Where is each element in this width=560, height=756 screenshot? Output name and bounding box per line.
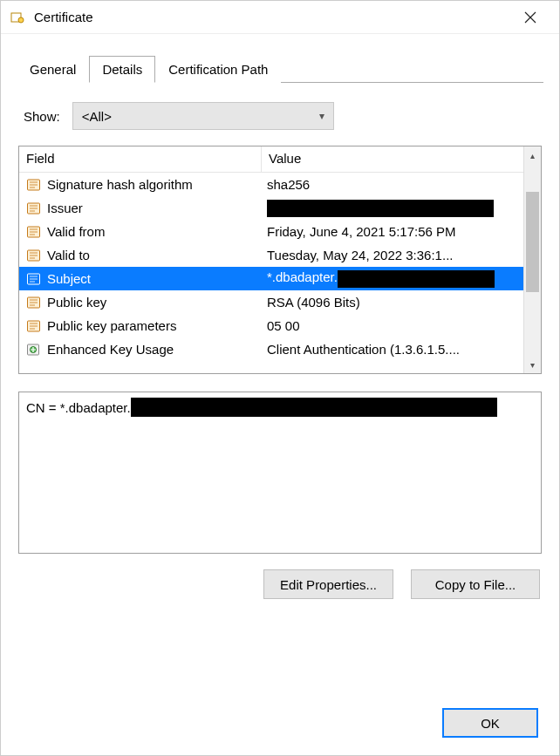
scroll-track[interactable]: [524, 164, 541, 356]
cell-value: Friday, June 4, 2021 5:17:56 PM: [262, 224, 541, 239]
table-row[interactable]: Issuer: [19, 196, 541, 220]
cell-field: Signature hash algorithm: [19, 177, 262, 192]
cell-field: Subject: [19, 271, 262, 286]
cell-value: Tuesday, May 24, 2022 3:36:1...: [262, 248, 541, 262]
cell-value: Client Authentication (1.3.6.1.5....: [262, 342, 541, 357]
cell-field: Valid to: [19, 248, 262, 262]
column-header-value[interactable]: Value: [262, 146, 541, 173]
cell-field: Valid from: [19, 224, 262, 239]
list-header: Field Value: [19, 146, 541, 173]
cell-field: Public key parameters: [19, 318, 262, 333]
dialog-footer: OK: [1, 692, 559, 755]
action-buttons: Edit Properties... Copy to File...: [17, 569, 540, 599]
svg-point-1: [18, 17, 24, 23]
window-title: Certificate: [34, 10, 510, 24]
detail-text-line: CN = *.dbadapter.: [26, 398, 534, 417]
detail-pane[interactable]: CN = *.dbadapter.: [18, 392, 542, 554]
cell-value: [262, 199, 541, 216]
chevron-down-icon: ▾: [319, 110, 324, 122]
list-body: Signature hash algorithmsha256IssuerVali…: [19, 173, 541, 373]
value-text: *.dbadapter.: [267, 269, 338, 284]
table-row[interactable]: Enhanced Key UsageClient Authentication …: [19, 337, 541, 361]
cell-field: Issuer: [19, 201, 262, 215]
table-row[interactable]: Valid fromFriday, June 4, 2021 5:17:56 P…: [19, 220, 541, 243]
field-text: Valid from: [47, 224, 105, 239]
scroll-thumb[interactable]: [526, 192, 539, 292]
tab-details[interactable]: Details: [89, 56, 155, 83]
tab-certification-path[interactable]: Certification Path: [155, 56, 281, 83]
cell-field: Enhanced Key Usage: [19, 342, 262, 357]
copy-to-file-button[interactable]: Copy to File...: [411, 569, 540, 599]
cell-value: RSA (4096 Bits): [262, 295, 541, 310]
field-text: Issuer: [47, 201, 83, 215]
close-button[interactable]: [510, 3, 550, 31]
redacted-block: [338, 270, 495, 288]
tab-general[interactable]: General: [17, 56, 89, 83]
titlebar: Certificate: [1, 1, 559, 34]
table-row[interactable]: Signature hash algorithmsha256: [19, 173, 541, 196]
ok-button[interactable]: OK: [442, 708, 538, 738]
cell-value: 05 00: [262, 318, 541, 333]
certificate-window: Certificate General Details Certificatio…: [0, 0, 560, 756]
cell-value: sha256: [262, 177, 541, 192]
show-label: Show:: [24, 109, 60, 124]
fields-list: Field Value Signature hash algorithmsha2…: [18, 146, 542, 374]
field-text: Valid to: [47, 248, 90, 262]
tab-strip: General Details Certification Path: [17, 55, 543, 83]
field-text: Public key: [47, 295, 106, 310]
show-value: <All>: [82, 109, 112, 124]
redacted-block: [131, 398, 497, 417]
field-text: Signature hash algorithm: [47, 177, 193, 192]
certificate-icon: [10, 10, 25, 25]
table-row[interactable]: Public key parameters05 00: [19, 314, 541, 337]
show-row: Show: <All> ▾: [24, 102, 540, 130]
scroll-up-icon[interactable]: ▴: [524, 146, 541, 164]
table-row[interactable]: Subject*.dbadapter.: [19, 267, 541, 290]
redacted-block: [267, 200, 494, 217]
table-row[interactable]: Valid toTuesday, May 24, 2022 3:36:1...: [19, 243, 541, 267]
dialog-content: General Details Certification Path Show:…: [1, 34, 559, 692]
scrollbar-vertical[interactable]: ▴ ▾: [523, 146, 541, 373]
column-header-field[interactable]: Field: [19, 146, 262, 173]
scroll-down-icon[interactable]: ▾: [524, 356, 541, 373]
cell-value: *.dbadapter.: [262, 269, 541, 287]
detail-prefix: CN = *.dbadapter.: [26, 400, 131, 415]
cell-field: Public key: [19, 295, 262, 310]
field-text: Public key parameters: [47, 318, 176, 333]
table-row[interactable]: Public keyRSA (4096 Bits): [19, 290, 541, 314]
field-text: Enhanced Key Usage: [47, 342, 174, 357]
field-text: Subject: [47, 271, 91, 286]
show-combobox[interactable]: <All> ▾: [72, 102, 334, 130]
edit-properties-button[interactable]: Edit Properties...: [263, 569, 393, 599]
